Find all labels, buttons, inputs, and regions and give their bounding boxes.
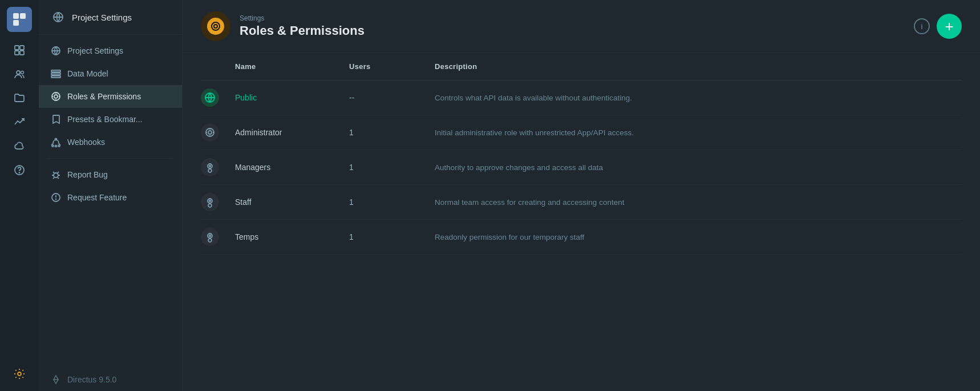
- sidebar-nav: Project Settings Data Model: [39, 35, 182, 368]
- svg-point-39: [208, 233, 212, 238]
- table-row[interactable]: Public -- Controls what API data is avai…: [201, 80, 962, 115]
- table-row[interactable]: Staff 1 Normal team access for creating …: [201, 185, 962, 220]
- header-breadcrumb: Settings: [240, 14, 365, 22]
- svg-point-18: [52, 92, 60, 100]
- table-row[interactable]: Administrator 1 Initial administrative r…: [201, 115, 962, 150]
- svg-point-41: [208, 239, 212, 242]
- header-icon-wrapper: [201, 11, 230, 41]
- row-icon-cell: [201, 220, 235, 255]
- request-feature-icon: [50, 192, 62, 203]
- icon-rail: [0, 0, 39, 391]
- svg-point-22: [52, 145, 54, 147]
- sidebar: Project Settings Project Settings Da: [39, 0, 183, 391]
- folder-icon[interactable]: [9, 88, 30, 108]
- table-row[interactable]: Managers 1 Authority to approve changes …: [201, 150, 962, 185]
- svg-point-23: [58, 145, 60, 147]
- table-row[interactable]: Temps 1 Readonly permission for our temp…: [201, 220, 962, 255]
- analytics-icon[interactable]: [9, 112, 30, 132]
- col-users: Users: [349, 53, 435, 80]
- add-role-button[interactable]: +: [937, 14, 962, 39]
- info-symbol: i: [921, 22, 923, 31]
- col-name: Name: [235, 53, 349, 80]
- svg-point-29: [214, 25, 217, 28]
- row-users-cell: --: [349, 80, 435, 115]
- cloud-icon[interactable]: [9, 136, 30, 156]
- roles-table-body: Public -- Controls what API data is avai…: [201, 80, 962, 255]
- col-description: Description: [435, 53, 962, 80]
- public-role-icon: [201, 88, 219, 107]
- sidebar-item-label: Project Settings: [67, 46, 123, 55]
- roles-icon: [50, 91, 62, 102]
- sidebar-item-label: Report Bug: [67, 170, 108, 179]
- table-header: Name Users Description: [201, 53, 962, 80]
- add-icon: +: [945, 19, 953, 34]
- svg-rect-6: [15, 51, 19, 55]
- row-name-cell: Managers: [235, 150, 349, 185]
- svg-point-27: [56, 199, 56, 200]
- app-logo[interactable]: [7, 7, 32, 32]
- sidebar-item-report-bug[interactable]: Report Bug: [39, 163, 182, 186]
- roles-table: Name Users Description Public -- Control…: [201, 53, 962, 255]
- sidebar-header-title: Project Settings: [72, 13, 132, 22]
- svg-point-36: [208, 199, 212, 203]
- presets-icon: [50, 114, 62, 125]
- row-users-cell: 1: [349, 220, 435, 255]
- row-users-cell: 1: [349, 150, 435, 185]
- role-name: Staff: [235, 197, 252, 207]
- svg-point-34: [209, 166, 211, 167]
- svg-point-19: [54, 95, 58, 98]
- row-name-cell: Administrator: [235, 115, 349, 150]
- sidebar-item-label: Presets & Bookmar...: [67, 115, 143, 124]
- role-name: Administrator: [235, 128, 282, 137]
- svg-point-35: [208, 169, 212, 172]
- svg-rect-1: [20, 13, 26, 19]
- svg-point-37: [209, 200, 211, 202]
- version-label: Directus 9.5.0: [67, 375, 116, 384]
- sidebar-item-project-settings[interactable]: Project Settings: [39, 39, 182, 62]
- row-name-cell: Public: [235, 80, 349, 115]
- svg-point-12: [18, 372, 21, 376]
- info-icon[interactable]: i: [914, 18, 930, 34]
- sidebar-divider: [48, 158, 173, 159]
- row-name-cell: Staff: [235, 185, 349, 220]
- svg-point-33: [208, 164, 212, 168]
- data-model-icon: [50, 68, 62, 79]
- sidebar-item-roles[interactable]: Roles & Permissions: [39, 85, 182, 108]
- manager-role-icon: [201, 158, 219, 176]
- admin-role-icon: [201, 123, 219, 142]
- svg-point-31: [206, 128, 214, 136]
- users-icon[interactable]: [9, 64, 30, 84]
- help-icon[interactable]: [9, 160, 30, 180]
- row-icon-cell: [201, 185, 235, 220]
- sidebar-item-data-model[interactable]: Data Model: [39, 62, 182, 85]
- svg-point-38: [208, 204, 212, 207]
- row-description-cell: Readonly permission for our temporary st…: [435, 220, 962, 255]
- roles-table-container: Name Users Description Public -- Control…: [183, 53, 980, 391]
- row-users-cell: 1: [349, 115, 435, 150]
- svg-point-11: [19, 172, 20, 173]
- svg-point-21: [55, 139, 57, 140]
- svg-point-40: [209, 235, 211, 237]
- sidebar-item-presets[interactable]: Presets & Bookmar...: [39, 108, 182, 131]
- content-icon[interactable]: [9, 40, 30, 61]
- row-icon-cell: [201, 80, 235, 115]
- roles-header-icon: [207, 18, 224, 35]
- sidebar-item-request-feature[interactable]: Request Feature: [39, 186, 182, 209]
- sidebar-item-label: Roles & Permissions: [67, 92, 141, 101]
- sidebar-header-icon: [50, 9, 66, 25]
- col-icon: [201, 53, 235, 80]
- svg-rect-5: [20, 46, 24, 50]
- main-content: Settings Roles & Permissions i + Name Us…: [183, 0, 980, 391]
- row-icon-cell: [201, 150, 235, 185]
- sidebar-item-label: Webhooks: [67, 138, 105, 147]
- settings-gear-icon[interactable]: [9, 364, 30, 384]
- row-description-cell: Normal team access for creating and acce…: [435, 185, 962, 220]
- row-description-cell: Initial administrative role with unrestr…: [435, 115, 962, 150]
- row-description-cell: Controls what API data is available with…: [435, 80, 962, 115]
- header-text-group: Settings Roles & Permissions: [240, 14, 365, 38]
- sidebar-item-label: Request Feature: [67, 193, 127, 202]
- svg-rect-2: [13, 20, 19, 26]
- sidebar-item-webhooks[interactable]: Webhooks: [39, 131, 182, 154]
- svg-rect-3: [20, 20, 26, 26]
- sidebar-item-version: Directus 9.5.0: [39, 368, 182, 391]
